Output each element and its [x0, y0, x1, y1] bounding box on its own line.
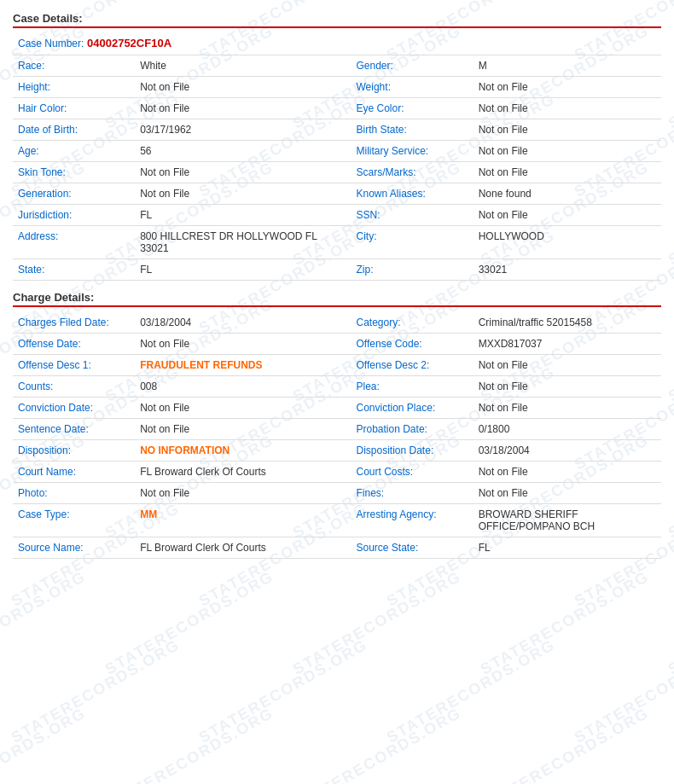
- field-label: Hair Color:: [13, 98, 135, 119]
- field-label: Disposition:: [13, 440, 135, 462]
- field-label: Offense Desc 1:: [13, 355, 135, 376]
- field-label: Known Aliases:: [352, 183, 474, 205]
- case-number-value: 04002752CF10A: [87, 37, 171, 49]
- field-value: Not on File: [474, 462, 661, 483]
- table-row: Conviction Date:Not on FileConviction Pl…: [13, 398, 661, 419]
- field-label: Counts:: [13, 376, 135, 398]
- field-label: Eye Color:: [352, 98, 474, 119]
- case-number-label: Case Number:: [18, 38, 84, 49]
- table-row: Date of Birth:03/17/1962Birth State:Not …: [13, 119, 661, 141]
- field-label: Zip:: [352, 259, 474, 281]
- table-row: Height:Not on FileWeight:Not on File: [13, 77, 661, 98]
- separator: [322, 483, 351, 504]
- case-number-row: Case Number: 04002752CF10A: [13, 33, 661, 55]
- field-value: Not on File: [135, 419, 322, 440]
- field-value: 56: [135, 141, 322, 162]
- field-value: 03/18/2004: [135, 312, 322, 334]
- field-label: Charges Filed Date:: [13, 312, 135, 334]
- separator: [322, 205, 351, 226]
- table-row: Age:56Military Service:Not on File: [13, 141, 661, 162]
- separator: [322, 98, 351, 119]
- field-label: Height:: [13, 77, 135, 98]
- table-row: Race:WhiteGender:M: [13, 55, 661, 77]
- field-label: Jurisdiction:: [13, 205, 135, 226]
- field-label: Probation Date:: [352, 419, 474, 440]
- separator: [322, 355, 351, 376]
- field-label: Address:: [13, 226, 135, 259]
- field-label: Fines:: [352, 483, 474, 504]
- charge-details-table: Charges Filed Date:03/18/2004Category:Cr…: [13, 312, 661, 559]
- field-value: Not on File: [474, 162, 661, 183]
- field-value: 03/17/1962: [135, 119, 322, 141]
- separator: [322, 376, 351, 398]
- field-label: Scars/Marks:: [352, 162, 474, 183]
- table-row: Skin Tone:Not on FileScars/Marks:Not on …: [13, 162, 661, 183]
- field-value: MM: [135, 504, 322, 537]
- table-row: Generation:Not on FileKnown Aliases:None…: [13, 183, 661, 205]
- table-row: Counts:008Plea:Not on File: [13, 376, 661, 398]
- table-row: Charges Filed Date:03/18/2004Category:Cr…: [13, 312, 661, 334]
- field-value: Not on File: [474, 119, 661, 141]
- field-label: Gender:: [352, 55, 474, 77]
- separator: [322, 537, 351, 559]
- field-label: Court Name:: [13, 462, 135, 483]
- separator: [322, 259, 351, 281]
- separator: [322, 119, 351, 141]
- field-value: None found: [474, 183, 661, 205]
- field-value: Not on File: [474, 355, 661, 376]
- field-label: Generation:: [13, 183, 135, 205]
- field-label: City:: [352, 226, 474, 259]
- field-label: SSN:: [352, 205, 474, 226]
- field-value: FL Broward Clerk Of Courts: [135, 537, 322, 559]
- field-value: FL: [135, 259, 322, 281]
- field-label: Weight:: [352, 77, 474, 98]
- field-value: 0/1800: [474, 419, 661, 440]
- field-value: Not on File: [474, 77, 661, 98]
- separator: [322, 419, 351, 440]
- field-value: FL: [135, 205, 322, 226]
- separator: [322, 440, 351, 462]
- field-value: MXXD817037: [474, 334, 661, 355]
- separator: [322, 183, 351, 205]
- table-row: Jurisdiction:FLSSN:Not on File: [13, 205, 661, 226]
- field-value: BROWARD SHERIFF OFFICE/POMPANO BCH: [474, 504, 661, 537]
- charge-details-header: Charge Details:: [13, 287, 661, 307]
- field-label: Category:: [352, 312, 474, 334]
- field-value: 03/18/2004: [474, 440, 661, 462]
- field-label: Sentence Date:: [13, 419, 135, 440]
- field-label: Arresting Agency:: [352, 504, 474, 537]
- field-label: Age:: [13, 141, 135, 162]
- field-value: Not on File: [474, 483, 661, 504]
- table-row: Offense Desc 1:FRAUDULENT REFUNDSOffense…: [13, 355, 661, 376]
- field-value: Not on File: [474, 398, 661, 419]
- field-value: Not on File: [474, 98, 661, 119]
- separator: [322, 55, 351, 77]
- field-value: 800 HILLCREST DR HOLLYWOOD FL 33021: [135, 226, 322, 259]
- table-row: Case Type:MMArresting Agency:BROWARD SHE…: [13, 504, 661, 537]
- field-label: Offense Date:: [13, 334, 135, 355]
- table-row: Disposition:NO INFORMATIONDisposition Da…: [13, 440, 661, 462]
- table-row: Sentence Date:Not on FileProbation Date:…: [13, 419, 661, 440]
- separator: [322, 312, 351, 334]
- separator: [322, 462, 351, 483]
- field-value: 33021: [474, 259, 661, 281]
- field-value: Not on File: [474, 205, 661, 226]
- field-label: Case Type:: [13, 504, 135, 537]
- field-value: Not on File: [135, 334, 322, 355]
- field-label: Date of Birth:: [13, 119, 135, 141]
- field-label: Offense Desc 2:: [352, 355, 474, 376]
- field-value: Not on File: [135, 183, 322, 205]
- field-label: Offense Code:: [352, 334, 474, 355]
- field-value: Not on File: [135, 98, 322, 119]
- field-label: Birth State:: [352, 119, 474, 141]
- field-value: Not on File: [135, 398, 322, 419]
- field-value: Not on File: [135, 162, 322, 183]
- field-value: Not on File: [135, 77, 322, 98]
- field-value: HOLLYWOOD: [474, 226, 661, 259]
- field-value: M: [474, 55, 661, 77]
- separator: [322, 141, 351, 162]
- field-label: Disposition Date:: [352, 440, 474, 462]
- field-label: State:: [13, 259, 135, 281]
- field-label: Plea:: [352, 376, 474, 398]
- field-label: Source Name:: [13, 537, 135, 559]
